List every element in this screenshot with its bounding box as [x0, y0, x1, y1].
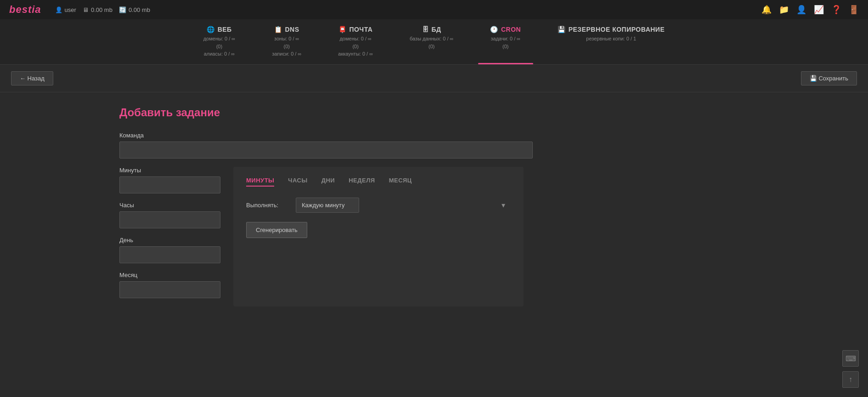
section-item-db[interactable]: 🗄 БД базы данных: 0 / ∞(0): [410, 26, 453, 64]
month-label: Месяц: [119, 272, 220, 278]
command-group: Команда: [119, 132, 524, 159]
cron-icon: 🕐: [490, 26, 498, 33]
dns-icon: 📋: [274, 26, 282, 33]
mail-icon: 📮: [338, 26, 347, 33]
top-navigation: bestia 👤 user 🖥 0.00 mb 🔄 0.00 mb 🔔 📁 👤 …: [0, 0, 868, 19]
user-icon: 👤: [55, 6, 62, 13]
web-icon: 🌐: [207, 26, 215, 33]
logo-highlight: b: [9, 4, 16, 15]
section-item-backup[interactable]: 💾 РЕЗЕРВНОЕ КОПИРОВАНИЕ резервные копи: …: [558, 26, 665, 64]
command-input[interactable]: [119, 142, 533, 159]
hours-group: Часы: [119, 202, 220, 228]
execute-row: Выполнять: Каждую минуту Каждые 5 минут …: [246, 198, 511, 213]
section-title-web: 🌐 ВЕБ: [207, 26, 232, 33]
username-label: user: [65, 6, 76, 13]
bottom-right-icons: ⌨ ↑: [842, 350, 859, 388]
minutes-input[interactable]: [119, 176, 220, 193]
db-icon: 🗄: [422, 26, 429, 33]
day-input[interactable]: [119, 246, 220, 263]
form-left: Минуты Часы День Месяц: [119, 167, 220, 306]
save-button[interactable]: 💾 Сохранить: [801, 71, 857, 85]
cron-tabs: МИНУТЫ ЧАСЫ ДНИ НЕДЕЛЯ МЕСЯЦ: [246, 177, 511, 187]
tab-minutes[interactable]: МИНУТЫ: [246, 177, 274, 187]
nav-icons-right: 🔔 📁 👤 📈 ❓ 🚪: [761, 5, 859, 15]
section-title-cron: 🕐 CRON: [490, 26, 521, 33]
cron-panel: МИНУТЫ ЧАСЫ ДНИ НЕДЕЛЯ МЕСЯЦ Выполнять: …: [233, 167, 524, 306]
scroll-top-icon[interactable]: ↑: [842, 371, 859, 388]
keyboard-icon[interactable]: ⌨: [842, 350, 859, 367]
day-group: День: [119, 237, 220, 263]
logo: bestia: [9, 4, 41, 16]
section-title-db: 🗄 БД: [422, 26, 441, 33]
chart-icon[interactable]: 📈: [814, 5, 824, 15]
tab-hours[interactable]: ЧАСЫ: [288, 177, 307, 187]
user-item: 👤 user: [55, 6, 76, 13]
transfer-item: 🔄 0.00 mb: [119, 6, 150, 13]
transfer-icon: 🔄: [119, 6, 126, 13]
month-group: Месяц: [119, 272, 220, 298]
section-item-dns[interactable]: 📋 DNS зоны: 0 / ∞(0)записи: 0 / ∞: [272, 26, 301, 64]
disk-label: 0.00 mb: [91, 6, 113, 13]
logo-text: estia: [16, 4, 41, 15]
hours-label: Часы: [119, 202, 220, 209]
tab-month[interactable]: МЕСЯЦ: [389, 177, 412, 187]
section-title-dns: 📋 DNS: [274, 26, 299, 33]
disk-icon: 🖥: [83, 6, 89, 13]
help-icon[interactable]: ❓: [831, 5, 841, 15]
back-button[interactable]: ← Назад: [11, 71, 53, 85]
user-info: 👤 user 🖥 0.00 mb 🔄 0.00 mb: [55, 6, 752, 13]
account-icon[interactable]: 👤: [796, 5, 806, 15]
minutes-label: Минуты: [119, 167, 220, 174]
backup-icon: 💾: [558, 26, 566, 33]
minutes-group: Минуты: [119, 167, 220, 193]
month-input[interactable]: [119, 281, 220, 298]
section-item-mail[interactable]: 📮 ПОЧТА домены: 0 / ∞(0)аккаунты: 0 / ∞: [338, 26, 373, 64]
tab-week[interactable]: НЕДЕЛЯ: [349, 177, 375, 187]
section-item-cron[interactable]: 🕐 CRON задачи: 0 / ∞(0): [490, 26, 521, 64]
execute-select-wrapper: Каждую минуту Каждые 5 минут Каждые 10 м…: [296, 198, 511, 213]
logout-icon[interactable]: 🚪: [849, 5, 859, 15]
section-navigation: 🌐 ВЕБ домены: 0 / ∞(0)алиасы: 0 / ∞ 📋 DN…: [0, 19, 868, 65]
form-title: Добавить задание: [119, 106, 524, 119]
execute-label: Выполнять:: [246, 202, 287, 209]
generate-button[interactable]: Сгенерировать: [246, 222, 307, 238]
bell-icon[interactable]: 🔔: [761, 5, 772, 15]
day-label: День: [119, 237, 220, 244]
form-columns: Минуты Часы День Месяц МИНУТЫ ЧАСЫ ДНИ Н…: [119, 167, 524, 306]
toolbar: ← Назад 💾 Сохранить: [0, 65, 868, 92]
execute-select[interactable]: Каждую минуту Каждые 5 минут Каждые 10 м…: [296, 198, 359, 213]
transfer-label: 0.00 mb: [129, 6, 150, 13]
section-title-backup: 💾 РЕЗЕРВНОЕ КОПИРОВАНИЕ: [558, 26, 665, 33]
hours-input[interactable]: [119, 211, 220, 228]
section-item-web[interactable]: 🌐 ВЕБ домены: 0 / ∞(0)алиасы: 0 / ∞: [203, 26, 235, 64]
main-form: Добавить задание Команда Минуты Часы Ден…: [0, 92, 643, 320]
disk-item: 🖥 0.00 mb: [83, 6, 113, 13]
generate-row: Сгенерировать: [246, 222, 511, 238]
command-label: Команда: [119, 132, 524, 139]
section-title-mail: 📮 ПОЧТА: [338, 26, 373, 33]
tab-days[interactable]: ДНИ: [321, 177, 335, 187]
folder-icon[interactable]: 📁: [779, 5, 789, 15]
